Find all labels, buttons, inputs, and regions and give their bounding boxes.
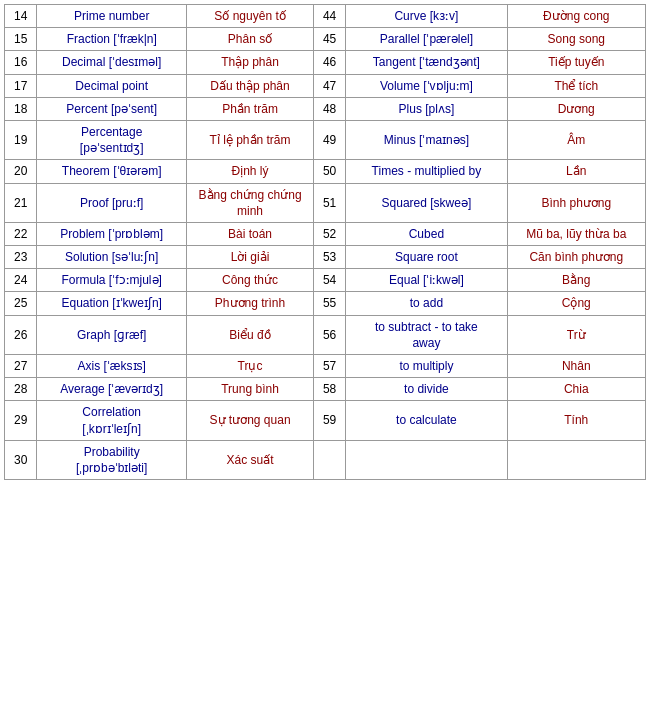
row-num-left: 30 bbox=[5, 440, 37, 479]
row-num-right: 52 bbox=[313, 222, 345, 245]
vietnamese-term-right: Thể tích bbox=[507, 74, 645, 97]
vietnamese-term-left: Phương trình bbox=[187, 292, 314, 315]
english-term-right: Times - multiplied by bbox=[346, 160, 507, 183]
vietnamese-term-right: Dương bbox=[507, 97, 645, 120]
vocabulary-table: 14Prime numberSố nguyên tố44Curve [kɜːv]… bbox=[4, 4, 646, 480]
english-term-left: Decimal [ˈdesɪməl] bbox=[37, 51, 187, 74]
row-num-left: 21 bbox=[5, 183, 37, 222]
row-num-right: 45 bbox=[313, 28, 345, 51]
row-num-left: 23 bbox=[5, 246, 37, 269]
vietnamese-term-left: Phần trăm bbox=[187, 97, 314, 120]
row-num-left: 20 bbox=[5, 160, 37, 183]
row-num-left: 28 bbox=[5, 378, 37, 401]
vietnamese-term-left: Bằng chứng chứng minh bbox=[187, 183, 314, 222]
row-num-left: 27 bbox=[5, 355, 37, 378]
vietnamese-term-left: Thập phân bbox=[187, 51, 314, 74]
vietnamese-term-left: Công thức bbox=[187, 269, 314, 292]
english-term-left: Proof [pruːf] bbox=[37, 183, 187, 222]
english-term-right: Tangent [ˈtændʒənt] bbox=[346, 51, 507, 74]
row-num-left: 24 bbox=[5, 269, 37, 292]
vietnamese-term-left: Bài toán bbox=[187, 222, 314, 245]
vietnamese-term-right: Đường cong bbox=[507, 5, 645, 28]
vietnamese-term-left: Trục bbox=[187, 355, 314, 378]
vietnamese-term-left: Định lý bbox=[187, 160, 314, 183]
english-term-right: Equal [ˈiːkwəl] bbox=[346, 269, 507, 292]
vietnamese-term-left: Sự tương quan bbox=[187, 401, 314, 440]
english-term-left: Theorem [ˈθɪərəm] bbox=[37, 160, 187, 183]
row-num-left: 14 bbox=[5, 5, 37, 28]
vietnamese-term-right: Lần bbox=[507, 160, 645, 183]
english-term-right: to subtract - to take away bbox=[346, 315, 507, 354]
row-num-right: 54 bbox=[313, 269, 345, 292]
row-num-left: 29 bbox=[5, 401, 37, 440]
row-num-right: 57 bbox=[313, 355, 345, 378]
vietnamese-term-left: Trung bình bbox=[187, 378, 314, 401]
row-num-right: 56 bbox=[313, 315, 345, 354]
vietnamese-term-right: Nhân bbox=[507, 355, 645, 378]
row-num-right: 58 bbox=[313, 378, 345, 401]
vietnamese-term-right: Trừ bbox=[507, 315, 645, 354]
english-term-left: Equation [ɪˈkweɪʃn] bbox=[37, 292, 187, 315]
row-num-right: 48 bbox=[313, 97, 345, 120]
vietnamese-term-right: Tính bbox=[507, 401, 645, 440]
vietnamese-term-right: Căn bình phương bbox=[507, 246, 645, 269]
english-term-right: to add bbox=[346, 292, 507, 315]
english-term-right: Parallel [ˈpærəlel] bbox=[346, 28, 507, 51]
english-term-right: Cubed bbox=[346, 222, 507, 245]
row-num-left: 18 bbox=[5, 97, 37, 120]
vietnamese-term-right: Tiếp tuyến bbox=[507, 51, 645, 74]
english-term-right: Plus [plʌs] bbox=[346, 97, 507, 120]
vietnamese-term-left: Biểu đồ bbox=[187, 315, 314, 354]
vietnamese-term-left: Xác suất bbox=[187, 440, 314, 479]
row-num-left: 22 bbox=[5, 222, 37, 245]
english-term-left: Percent [pəˈsent] bbox=[37, 97, 187, 120]
row-num-right: 51 bbox=[313, 183, 345, 222]
vietnamese-term-left: Phân số bbox=[187, 28, 314, 51]
english-term-left: Problem [ˈprɒbləm] bbox=[37, 222, 187, 245]
vietnamese-term-right: Song song bbox=[507, 28, 645, 51]
english-term-right: to divide bbox=[346, 378, 507, 401]
row-num-left: 19 bbox=[5, 120, 37, 159]
english-term-right bbox=[346, 440, 507, 479]
vietnamese-term-right bbox=[507, 440, 645, 479]
english-term-right: to calculate bbox=[346, 401, 507, 440]
row-num-right: 47 bbox=[313, 74, 345, 97]
english-term-left: Axis [ˈæksɪs] bbox=[37, 355, 187, 378]
vietnamese-term-right: Mũ ba, lũy thừa ba bbox=[507, 222, 645, 245]
vietnamese-term-left: Lời giải bbox=[187, 246, 314, 269]
english-term-left: Solution [səˈluːʃn] bbox=[37, 246, 187, 269]
english-term-right: to multiply bbox=[346, 355, 507, 378]
english-term-left: Decimal point bbox=[37, 74, 187, 97]
row-num-right: 59 bbox=[313, 401, 345, 440]
vietnamese-term-left: Dấu thập phân bbox=[187, 74, 314, 97]
english-term-right: Squared [skweə] bbox=[346, 183, 507, 222]
row-num-left: 25 bbox=[5, 292, 37, 315]
vietnamese-term-right: Chia bbox=[507, 378, 645, 401]
english-term-left: Probability [ˌprɒbəˈbɪləti] bbox=[37, 440, 187, 479]
row-num-right: 49 bbox=[313, 120, 345, 159]
english-term-left: Average [ˈævərɪdʒ] bbox=[37, 378, 187, 401]
vietnamese-term-right: Bằng bbox=[507, 269, 645, 292]
row-num-left: 17 bbox=[5, 74, 37, 97]
row-num-left: 16 bbox=[5, 51, 37, 74]
english-term-left: Percentage [pəˈsentɪdʒ] bbox=[37, 120, 187, 159]
vietnamese-term-left: Tỉ lệ phần trăm bbox=[187, 120, 314, 159]
vietnamese-term-left: Số nguyên tố bbox=[187, 5, 314, 28]
row-num-right: 53 bbox=[313, 246, 345, 269]
row-num-right: 50 bbox=[313, 160, 345, 183]
english-term-left: Graph [ɡræf] bbox=[37, 315, 187, 354]
english-term-left: Fraction [ˈfræk|n] bbox=[37, 28, 187, 51]
row-num-right: 55 bbox=[313, 292, 345, 315]
english-term-right: Volume [ˈvɒljuːm] bbox=[346, 74, 507, 97]
row-num-right bbox=[313, 440, 345, 479]
row-num-right: 44 bbox=[313, 5, 345, 28]
vietnamese-term-right: Âm bbox=[507, 120, 645, 159]
row-num-left: 26 bbox=[5, 315, 37, 354]
english-term-right: Square root bbox=[346, 246, 507, 269]
row-num-right: 46 bbox=[313, 51, 345, 74]
english-term-right: Curve [kɜːv] bbox=[346, 5, 507, 28]
english-term-left: Prime number bbox=[37, 5, 187, 28]
english-term-right: Minus [ˈmaɪnəs] bbox=[346, 120, 507, 159]
row-num-left: 15 bbox=[5, 28, 37, 51]
vietnamese-term-right: Bình phương bbox=[507, 183, 645, 222]
